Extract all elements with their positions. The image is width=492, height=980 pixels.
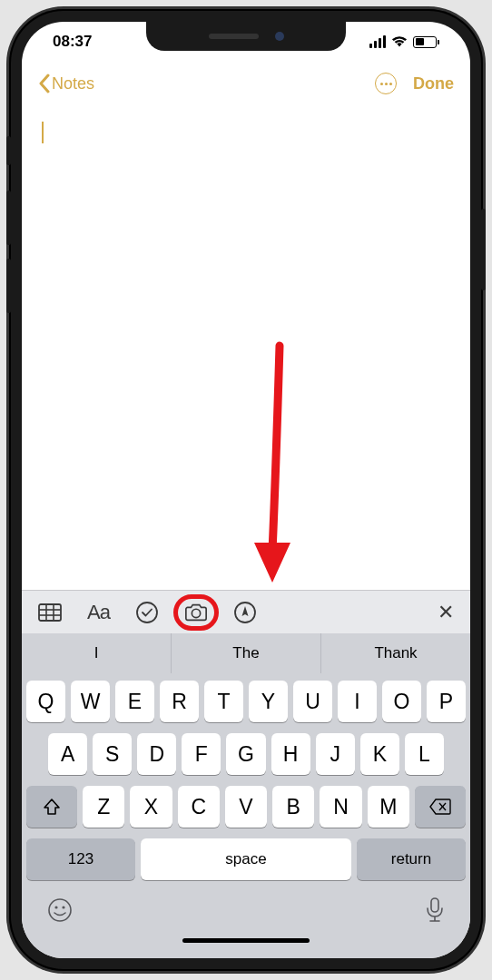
key-s[interactable]: S [93,733,132,775]
markup-button[interactable] [233,601,257,624]
svg-rect-14 [431,898,438,912]
key-p[interactable]: P [427,681,466,722]
predictive-bar: I The Thank [22,633,470,673]
pen-circle-icon [233,601,257,624]
key-q[interactable]: Q [26,681,65,722]
key-f[interactable]: F [182,733,221,775]
dictation-button[interactable] [425,897,445,927]
key-e[interactable]: E [115,681,154,722]
key-i[interactable]: I [338,681,377,722]
note-editor[interactable] [22,105,470,590]
checkmark-circle-icon [135,601,159,624]
predictive-suggestion[interactable]: The [172,633,321,673]
camera-button[interactable] [184,601,208,624]
key-h[interactable]: H [271,733,310,775]
back-button[interactable]: Notes [38,74,94,93]
nav-bar: Notes Done [22,62,470,105]
key-t[interactable]: T [204,681,243,722]
battery-icon [413,36,439,48]
key-y[interactable]: Y [249,681,288,722]
key-z[interactable]: Z [83,786,124,828]
keyboard-bottom-bar [22,886,470,938]
key-b[interactable]: B [272,786,314,828]
back-label: Notes [52,74,94,93]
camera-icon [184,601,208,624]
text-cursor [42,122,44,143]
chevron-left-icon [38,74,50,93]
svg-point-6 [137,603,157,622]
keyboard: Q W E R T Y U I O P A S D F G H J K L [22,673,470,886]
svg-point-12 [54,906,57,908]
text-format-button[interactable]: Aa [87,601,110,624]
key-g[interactable]: G [226,733,265,775]
shift-key[interactable] [26,786,77,828]
annotation-arrow [249,341,303,599]
key-j[interactable]: J [316,733,355,775]
svg-marker-0 [254,543,290,583]
predictive-suggestion[interactable]: I [22,633,172,673]
key-o[interactable]: O [382,681,421,722]
note-toolbar: Aa ✕ [22,590,470,633]
svg-point-11 [49,899,71,921]
return-key[interactable]: return [357,838,466,880]
backspace-key[interactable] [415,786,466,828]
home-indicator[interactable] [22,938,470,958]
emoji-icon [47,897,73,923]
checklist-button[interactable] [135,601,159,624]
key-n[interactable]: N [320,786,361,828]
key-x[interactable]: X [130,786,172,828]
key-a[interactable]: A [48,733,87,775]
more-button[interactable] [375,73,397,94]
close-toolbar-button[interactable]: ✕ [438,601,454,624]
cellular-signal-icon [369,35,386,48]
done-button[interactable]: Done [413,74,454,93]
shift-icon [43,798,61,816]
status-time: 08:37 [53,33,92,51]
key-k[interactable]: K [360,733,399,775]
predictive-suggestion[interactable]: Thank [321,633,470,673]
wifi-icon [391,35,408,48]
key-r[interactable]: R [160,681,199,722]
key-l[interactable]: L [405,733,444,775]
key-w[interactable]: W [71,681,110,722]
microphone-icon [425,897,445,924]
key-u[interactable]: U [293,681,332,722]
table-button[interactable] [38,601,62,624]
key-c[interactable]: C [178,786,220,828]
key-m[interactable]: M [368,786,409,828]
key-d[interactable]: D [137,733,176,775]
emoji-button[interactable] [47,897,73,926]
space-key[interactable]: space [141,838,351,880]
svg-point-7 [192,609,200,617]
key-v[interactable]: V [225,786,267,828]
svg-rect-1 [39,604,61,621]
numbers-key[interactable]: 123 [26,838,135,880]
table-icon [38,601,62,624]
backspace-icon [429,799,451,815]
svg-point-13 [62,906,64,908]
